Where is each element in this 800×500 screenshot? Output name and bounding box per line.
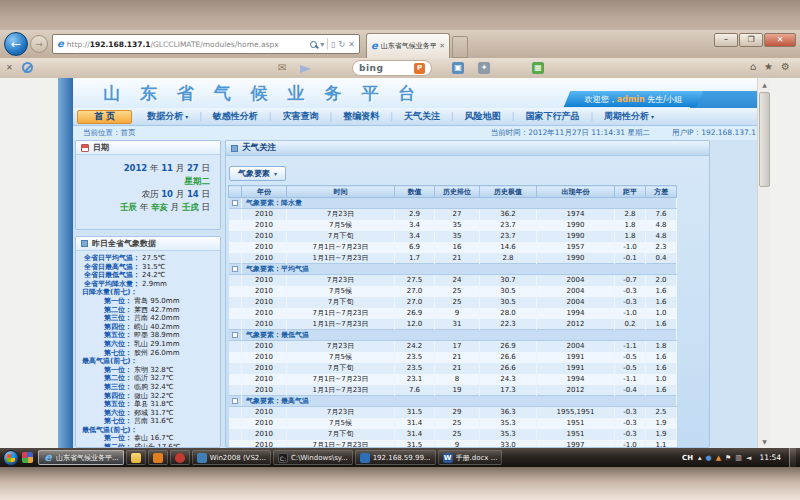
menu-item-home[interactable]: 首 页 <box>77 110 132 124</box>
table-cell: 2010 <box>242 341 287 352</box>
table-cell: -0.7 <box>615 275 646 286</box>
taskbar-button-cmd-window[interactable]: C:C:\Windows\sy... <box>273 450 353 465</box>
checkbox-icon[interactable] <box>232 200 238 206</box>
hidden-icons-icon[interactable]: ▴ <box>698 454 702 462</box>
group-checkbox-cell[interactable] <box>229 264 242 275</box>
taskbar-button-explorer-window[interactable] <box>126 450 146 465</box>
start-button[interactable] <box>3 450 19 466</box>
security-flame-icon[interactable]: ▲ <box>716 454 721 462</box>
show-desktop-button[interactable] <box>789 448 796 467</box>
calendar-text: 11 <box>161 163 173 173</box>
table-cell: 29 <box>435 407 480 418</box>
table-cell: 2010 <box>242 231 287 242</box>
community-addon-icon[interactable]: ▦ <box>532 62 544 74</box>
menu-item-disaster-query[interactable]: 灾害查询 <box>274 110 328 124</box>
rank-value: 乳山 29.1mm <box>134 340 179 349</box>
mail-icon[interactable]: ✉ <box>278 62 286 73</box>
rank-value: 莒南 42.0mm <box>134 314 179 323</box>
table-cell: 35.3 <box>480 429 537 440</box>
checkbox-icon[interactable] <box>232 332 238 338</box>
checkbox-icon[interactable] <box>232 266 238 272</box>
new-tab-button[interactable] <box>452 36 468 58</box>
table-group-row[interactable]: 气象要素：平均气温 <box>229 264 677 275</box>
taskbar-button-app-orange-window[interactable] <box>148 450 168 465</box>
language-indicator[interactable]: CH <box>682 454 693 462</box>
table-group-row[interactable]: 气象要素：最低气温 <box>229 330 677 341</box>
taskbar: e山东省气候业务平...Win2008 (VS2...C:C:\Windows\… <box>0 448 800 467</box>
menu-separator: | <box>267 112 274 121</box>
p-badge-icon[interactable]: P <box>414 63 425 74</box>
column-header: 方差 <box>646 186 677 198</box>
table-group-row[interactable]: 气象要素：降水量 <box>229 198 677 209</box>
scrollbar-thumb[interactable] <box>759 92 770 187</box>
volume-icon[interactable]: ◄ <box>746 454 751 462</box>
action-center-flag-icon[interactable]: ⚑ <box>725 454 731 462</box>
table-cell: -0.3 <box>615 429 646 440</box>
forward-button[interactable]: → <box>30 35 48 53</box>
scroll-down-icon[interactable]: ▼ <box>758 435 771 448</box>
updates-icon[interactable]: ● <box>706 454 712 462</box>
menu-item-risk-map[interactable]: 风险地图 <box>456 110 510 124</box>
table-cell: 31.4 <box>395 429 435 440</box>
row-select-cell <box>229 319 242 330</box>
clock[interactable]: 11:54 <box>759 453 781 462</box>
camera-addon-icon[interactable]: ▣ <box>452 62 464 74</box>
menu-item-compiled-data[interactable]: 整编资料 <box>334 110 388 124</box>
group-checkbox-cell[interactable] <box>229 198 242 209</box>
taskbar-button-ie-window[interactable]: e山东省气候业务平... <box>38 450 124 465</box>
bing-search-box[interactable]: bing P <box>352 60 432 76</box>
table-cell: 2010 <box>242 352 287 363</box>
taskbar-button-remote-window[interactable]: 192.168.59.99... <box>355 450 436 465</box>
back-button[interactable]: ← <box>4 32 28 56</box>
element-dropdown-button[interactable]: 气象要素 ▾ <box>229 166 286 181</box>
calendar-text: 年 <box>137 202 151 212</box>
group-checkbox-cell[interactable] <box>229 396 242 407</box>
close-button[interactable]: ✕ <box>764 33 796 47</box>
table-cell: 17 <box>435 341 480 352</box>
address-dropdown-icon[interactable]: ▾ <box>320 40 324 49</box>
menu-item-periodic-analysis[interactable]: 周期性分析▾ <box>595 110 663 124</box>
browser-tab[interactable]: e 山东省气候业务平... ✕ <box>366 33 450 58</box>
minimize-button[interactable]: – <box>714 33 738 47</box>
checkbox-icon[interactable] <box>232 398 238 404</box>
menu-item-sensitivity-analysis[interactable]: 敏感性分析 <box>204 110 267 124</box>
row-select-cell <box>229 220 242 231</box>
menu-item-downstream-products[interactable]: 国家下行产品 <box>516 110 588 124</box>
table-cell: 33.0 <box>480 440 537 449</box>
rank-section-title: 最高气温(前七)： <box>80 357 216 366</box>
browser-scrollbar[interactable]: ▲ ▼ <box>757 78 770 448</box>
search-icon[interactable] <box>310 41 317 48</box>
taskbar-button-vm-window[interactable]: Win2008 (VS2... <box>192 450 271 465</box>
compatibility-view-icon[interactable]: ▯ <box>331 40 335 49</box>
scroll-up-icon[interactable]: ▲ <box>758 78 771 91</box>
group-checkbox-cell[interactable] <box>229 330 242 341</box>
tools-gear-icon[interactable]: ⚙ <box>781 61 790 72</box>
quick-launch-icon[interactable] <box>22 452 33 463</box>
send-icon[interactable] <box>300 65 311 73</box>
maximize-button[interactable]: ❐ <box>739 33 763 47</box>
calendar-panel-title: 日期 <box>93 142 109 153</box>
network-icon[interactable]: ▥ <box>735 454 742 462</box>
table-group-row[interactable]: 气象要素：最高气温 <box>229 396 677 407</box>
tab-close-icon[interactable]: ✕ <box>439 42 445 50</box>
group-title: 气象要素：最低气温 <box>242 330 677 341</box>
refresh-icon[interactable]: ↻ <box>339 40 346 49</box>
table-cell: 2010 <box>242 286 287 297</box>
close-toolbar-icon[interactable]: ✕ <box>6 63 13 72</box>
address-bar[interactable]: e http://192.168.137.1/GLCCLIMATE/module… <box>52 34 360 54</box>
calendar-text: 月 <box>173 163 187 173</box>
favorites-star-icon[interactable]: ★ <box>764 61 773 72</box>
menu-item-data-analysis[interactable]: 数据分析▾ <box>138 110 197 124</box>
table-cell: 31.5 <box>395 440 435 449</box>
menu-item-label: 风险地图 <box>465 110 501 123</box>
rank-value: 崂山 40.2mm <box>134 323 179 332</box>
menu-item-weather-focus[interactable]: 天气关注 <box>395 110 449 124</box>
sparkle-addon-icon[interactable]: ✦ <box>478 62 490 74</box>
stop-icon[interactable]: ✕ <box>348 40 355 49</box>
table-cell: 1.9 <box>646 418 677 429</box>
table-row: 20107月23日2.92736.219742.87.6 <box>229 209 677 220</box>
home-icon[interactable]: ⌂ <box>750 61 756 72</box>
rank-position: 第三位： <box>80 383 132 392</box>
taskbar-button-app-red-window[interactable] <box>170 450 190 465</box>
taskbar-button-word-window[interactable]: W手册.docx ... <box>438 450 503 465</box>
